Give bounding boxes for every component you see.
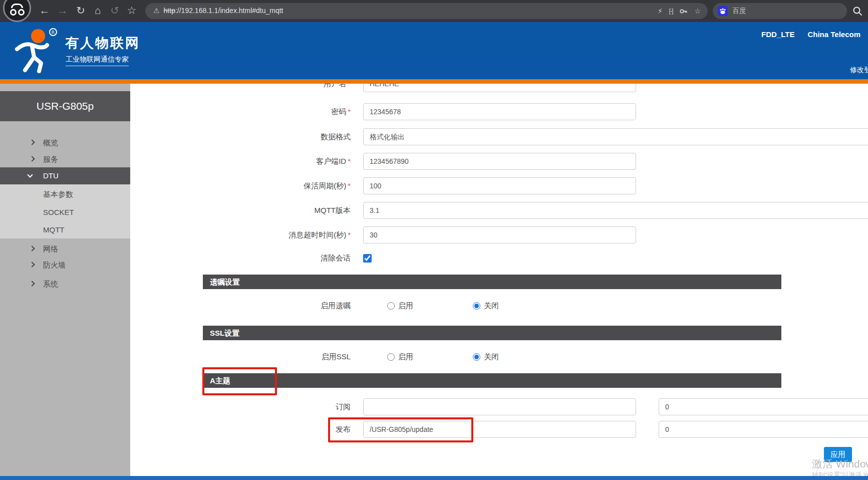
search-bar[interactable]: 百度 xyxy=(713,3,847,19)
screenshot-icon[interactable]: [-] xyxy=(669,4,673,19)
device-title: USR-G805p xyxy=(0,91,130,121)
accent-divider xyxy=(0,79,868,84)
will-enable-on-option[interactable]: 启用 xyxy=(387,298,413,313)
publish-qos-select[interactable]: 0 xyxy=(659,421,868,438)
publish-qos-select-wrap: 0 xyxy=(659,425,868,433)
mqtt-version-select[interactable]: 3.1 xyxy=(363,202,868,219)
required-asterisk: * xyxy=(348,181,351,190)
baidu-logo-icon xyxy=(718,6,728,16)
sidebar: USR-G805p 概览 服务 DTU 基本参数 SOCKET MQTT xyxy=(0,84,130,476)
data-format-label: 数据格式 xyxy=(180,128,351,145)
url-scheme: http xyxy=(164,7,175,15)
chevron-down-icon xyxy=(27,172,33,177)
section-ssl-title: SSL设置 xyxy=(203,326,781,340)
svg-text:R: R xyxy=(52,30,55,35)
keepalive-input[interactable] xyxy=(363,177,636,194)
section-topic-a-title: A主题 xyxy=(203,373,781,388)
client-id-label: 客户端ID* xyxy=(180,153,351,170)
ssl-on-label: 启用 xyxy=(398,352,413,362)
chevron-right-icon xyxy=(29,262,35,267)
sidebar-item-dtu[interactable]: DTU xyxy=(0,167,130,184)
section-will-title: 遗嘱设置 xyxy=(203,275,781,289)
sidebar-item-firewall[interactable]: 防火墙 xyxy=(0,257,130,273)
required-asterisk: * xyxy=(348,230,351,239)
sidebar-item-mqtt[interactable]: MQTT xyxy=(0,221,130,239)
bottom-edge-strip xyxy=(0,476,868,480)
subscribe-qos-select-wrap: 0 xyxy=(659,402,868,411)
ssl-on-radio[interactable] xyxy=(387,353,395,361)
windows-activation-watermark: 激活 Windows xyxy=(812,457,868,471)
will-on-label: 启用 xyxy=(398,301,413,311)
ssl-enable-on-option[interactable]: 启用 xyxy=(387,349,413,364)
network-mode-badge: FDD_LTE xyxy=(761,30,794,39)
ssl-enable-off-option[interactable]: 关闭 xyxy=(473,349,499,364)
password-input[interactable] xyxy=(363,103,636,120)
page: 用户名* 密码* 数据格式 格式化输出 客户端ID* 保活周期(秒)* MQTT… xyxy=(0,0,868,480)
sidebar-item-network[interactable]: 网络 xyxy=(0,241,130,257)
will-on-radio[interactable] xyxy=(387,302,395,310)
search-icon[interactable] xyxy=(852,6,863,17)
lightning-icon[interactable]: ⚡ xyxy=(658,4,663,19)
dtu-submenu: 基本参数 SOCKET MQTT xyxy=(0,184,130,238)
subscribe-label: 订阅 xyxy=(180,398,351,415)
network-status: FDD_LTE China Telecom xyxy=(761,30,860,39)
msg-timeout-input[interactable] xyxy=(363,226,636,244)
chevron-right-icon xyxy=(29,281,35,286)
required-asterisk: * xyxy=(348,157,351,165)
brand-name: 有人物联网 xyxy=(65,34,140,52)
ssl-enable-label: 启用SSL xyxy=(180,349,351,364)
bookmark-this-tab-icon[interactable]: ☆ xyxy=(694,4,701,19)
ssl-off-radio[interactable] xyxy=(473,353,480,361)
publish-topic-input[interactable] xyxy=(363,421,636,438)
search-engine-label: 百度 xyxy=(732,7,746,16)
reload-icon[interactable]: ↻ xyxy=(73,0,88,22)
will-off-label: 关闭 xyxy=(484,301,499,311)
key-icon[interactable] xyxy=(679,7,688,16)
subscribe-qos-select[interactable]: 0 xyxy=(659,398,868,415)
will-off-radio[interactable] xyxy=(473,302,480,310)
change-login-link[interactable]: 修改登录 xyxy=(850,66,868,75)
url-bar[interactable]: ⚠http://192.168.1.1/index.html#dtu_mqtt … xyxy=(145,3,708,19)
mqtt-version-select-wrap: 3.1 xyxy=(363,206,868,214)
chevron-right-icon xyxy=(29,139,35,145)
keepalive-label: 保活周期(秒)* xyxy=(180,177,351,194)
required-asterisk: * xyxy=(348,107,351,116)
url-text: ://192.168.1.1/index.html#dtu_mqtt xyxy=(175,7,283,15)
bookmark-star-icon[interactable]: ☆ xyxy=(124,0,139,22)
sidebar-item-basic-params[interactable]: 基本参数 xyxy=(0,185,130,203)
not-secure-warning-icon[interactable]: ⚠ xyxy=(153,7,160,15)
sidebar-item-system[interactable]: 系统 xyxy=(0,276,130,292)
usr-iot-logo: R xyxy=(10,28,60,74)
back-icon[interactable]: ← xyxy=(37,0,52,22)
client-id-input[interactable] xyxy=(363,153,636,170)
sidebar-item-socket[interactable]: SOCKET xyxy=(0,203,130,221)
msg-timeout-label: 消息超时时间(秒)* xyxy=(180,226,351,244)
data-format-select[interactable]: 格式化输出 xyxy=(363,128,868,145)
data-format-select-wrap: 格式化输出 xyxy=(363,132,868,141)
carrier-badge: China Telecom xyxy=(807,30,860,39)
will-enable-off-option[interactable]: 关闭 xyxy=(473,298,499,313)
password-label: 密码* xyxy=(180,103,351,120)
undo-icon[interactable]: ↺ xyxy=(107,0,122,22)
sidebar-item-overview[interactable]: 概览 xyxy=(0,134,130,151)
home-icon[interactable]: ⌂ xyxy=(90,0,105,22)
ssl-off-label: 关闭 xyxy=(484,352,499,362)
clear-session-label: 清除会话 xyxy=(180,251,351,266)
clear-session-checkbox[interactable] xyxy=(363,254,372,263)
browser-toolbar: ← → ↻ ⌂ ↺ ☆ ⚠http://192.168.1.1/index.ht… xyxy=(0,0,868,22)
will-enable-label: 启用遗嘱 xyxy=(180,298,351,313)
chevron-right-icon xyxy=(29,246,35,251)
site-header: R 有人物联网 工业物联网通信专家 FDD_LTE China Telecom … xyxy=(0,22,868,79)
subscribe-topic-input[interactable] xyxy=(363,398,636,415)
brand-slogan: 工业物联网通信专家 xyxy=(66,55,129,66)
chevron-right-icon xyxy=(29,156,35,161)
publish-label: 发布 xyxy=(180,421,351,438)
mqtt-version-label: MQTT版本 xyxy=(180,202,351,219)
sidebar-item-services[interactable]: 服务 xyxy=(0,151,130,167)
forward-icon[interactable]: → xyxy=(55,0,70,22)
incognito-icon xyxy=(3,0,31,22)
